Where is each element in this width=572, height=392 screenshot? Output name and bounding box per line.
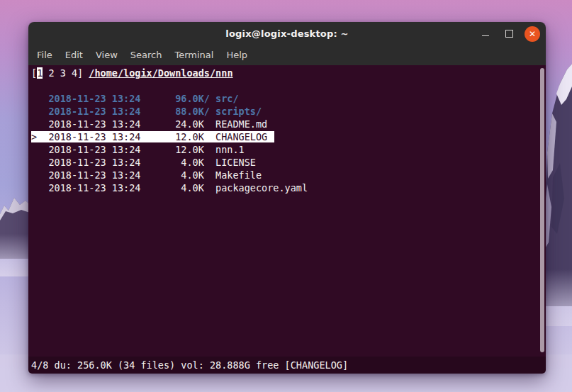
close-button[interactable]: ✕	[525, 26, 540, 42]
maximize-button[interactable]	[501, 26, 517, 42]
file-row[interactable]: 2018-11-23 13:2488.0K/ scripts/	[31, 105, 546, 118]
file-date: 2018-11-23 13:24	[48, 93, 140, 104]
file-size: 88.0K	[140, 105, 203, 118]
file-size: 12.0K	[140, 130, 203, 143]
file-size: 4.0K	[140, 169, 203, 181]
file-row[interactable]: 2018-11-23 13:2412.0K nnn.1	[31, 143, 546, 156]
file-date: 2018-11-23 13:24	[48, 169, 140, 181]
file-name: CHANGELOG	[215, 131, 267, 142]
file-name: Makefile	[215, 169, 262, 181]
menu-item-terminal[interactable]: Terminal	[174, 45, 213, 65]
terminal-window: logix@logix-desktop: ~ ✕ FileEditViewSea…	[28, 22, 546, 374]
file-row[interactable]: 2018-11-23 13:2424.0K README.md	[31, 118, 546, 130]
minimize-button[interactable]	[478, 26, 493, 42]
tab-indicator: [1 2 3 4]	[31, 67, 83, 79]
file-row[interactable]: 2018-11-23 13:244.0K Makefile	[31, 169, 546, 181]
menu-bar: FileEditViewSearchTerminalHelp	[28, 45, 546, 65]
file-name: src/	[215, 93, 239, 104]
file-name: nnn.1	[215, 144, 245, 155]
file-date: 2018-11-23 13:24	[48, 118, 140, 130]
file-name: packagecore.yaml	[215, 182, 308, 194]
file-row[interactable]: 2018-11-23 13:2496.0K/ src/	[31, 92, 546, 105]
minimize-icon	[482, 35, 489, 36]
status-text: 4/8 du: 256.0K (34 files) vol: 28.888G f…	[31, 359, 348, 371]
nnn-header-line: [1 2 3 4]/home/logix/Downloads/nnn	[31, 67, 546, 79]
file-date: 2018-11-23 13:24	[48, 182, 140, 194]
cursor-marker: >	[31, 130, 48, 143]
menu-item-file[interactable]: File	[37, 45, 52, 65]
current-path: /home/logix/Downloads/nnn	[89, 67, 232, 79]
file-row[interactable]: >2018-11-23 13:2412.0K CHANGELOG	[31, 130, 546, 143]
file-date: 2018-11-23 13:24	[48, 131, 140, 142]
file-list: 2018-11-23 13:2496.0K/ src/2018-11-23 13…	[31, 92, 546, 194]
file-size: 24.0K	[140, 118, 203, 130]
close-icon: ✕	[529, 29, 536, 38]
file-name: README.md	[215, 118, 267, 130]
file-size: 4.0K	[140, 156, 203, 169]
menu-item-help[interactable]: Help	[226, 45, 247, 65]
menu-item-search[interactable]: Search	[130, 45, 162, 65]
file-size: 96.0K	[140, 92, 203, 105]
file-row[interactable]: 2018-11-23 13:244.0K packagecore.yaml	[31, 181, 546, 194]
file-size: 4.0K	[140, 181, 203, 194]
titlebar[interactable]: logix@logix-desktop: ~ ✕	[28, 22, 546, 45]
menu-item-edit[interactable]: Edit	[65, 45, 83, 65]
file-name: LICENSE	[215, 157, 256, 168]
file-row[interactable]: 2018-11-23 13:244.0K LICENSE	[31, 156, 546, 169]
file-date: 2018-11-23 13:24	[48, 157, 140, 168]
window-title: logix@logix-desktop: ~	[28, 28, 546, 39]
file-date: 2018-11-23 13:24	[48, 144, 140, 155]
file-size: 12.0K	[140, 143, 203, 156]
maximize-icon	[505, 30, 513, 38]
menu-item-view[interactable]: View	[96, 45, 118, 65]
status-bar: 4/8 du: 256.0K (34 files) vol: 28.888G f…	[28, 357, 546, 374]
file-date: 2018-11-23 13:24	[48, 106, 140, 117]
terminal-content[interactable]: [1 2 3 4]/home/logix/Downloads/nnn 2018-…	[28, 65, 546, 374]
window-controls: ✕	[478, 22, 540, 45]
scrollbar-thumb[interactable]	[540, 68, 544, 352]
file-name: scripts/	[215, 106, 262, 117]
